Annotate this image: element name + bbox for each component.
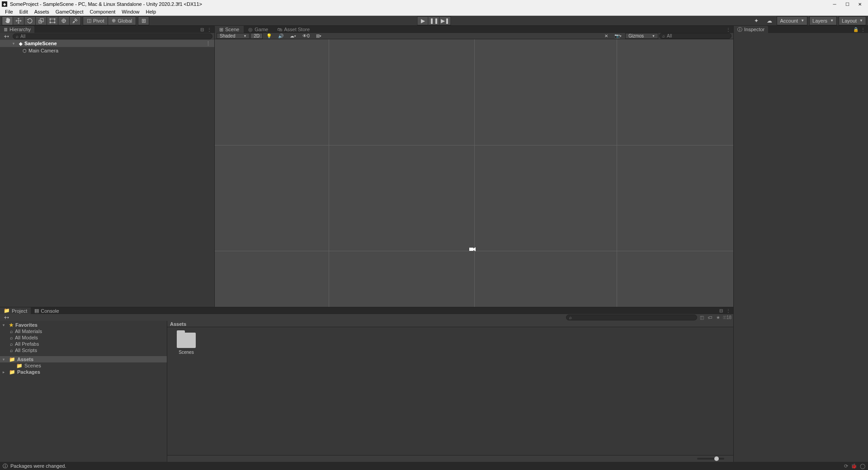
- add-asset-button[interactable]: +▾: [2, 315, 11, 320]
- scene-menu-icon[interactable]: ⋮: [725, 26, 731, 33]
- collab-icon[interactable]: ✦: [750, 16, 762, 25]
- favorite-item[interactable]: ⌕All Models: [0, 334, 167, 341]
- status-message: Packages were changed.: [10, 463, 66, 469]
- menu-file[interactable]: File: [2, 8, 16, 16]
- auto-refresh-icon[interactable]: ⟳: [844, 463, 848, 469]
- favorites-tree-item[interactable]: ▾ ★ Favorites: [0, 322, 167, 328]
- menu-window[interactable]: Window: [118, 8, 142, 16]
- panel-menu-icon[interactable]: ⋮: [206, 26, 212, 33]
- game-tab[interactable]: ◎Game: [244, 26, 273, 33]
- svg-point-5: [50, 22, 51, 23]
- hierarchy-tab[interactable]: ≣ Hierarchy: [0, 26, 34, 33]
- scale-tool-button[interactable]: [36, 16, 47, 25]
- asset-folder-item[interactable]: Scenes: [173, 333, 200, 355]
- hierarchy-icon: ≣: [4, 27, 8, 33]
- menu-edit[interactable]: Edit: [16, 8, 31, 16]
- hand-tool-button[interactable]: [2, 16, 13, 25]
- play-button[interactable]: ▶: [417, 16, 429, 25]
- menu-bar: File Edit Assets GameObject Component Wi…: [0, 8, 868, 16]
- hidden-packages-button[interactable]: 👁̸18: [723, 315, 731, 321]
- panel-lock-icon[interactable]: ⊟: [199, 26, 205, 33]
- console-tab[interactable]: ▤Console: [31, 307, 62, 314]
- inspector-menu-icon[interactable]: ⋮: [860, 26, 866, 33]
- panel-lock-icon[interactable]: ⊟: [718, 308, 724, 314]
- audio-toggle-button[interactable]: 🔊: [275, 33, 286, 39]
- collapse-icon[interactable]: ▾: [3, 323, 7, 327]
- icon-size-slider[interactable]: [697, 458, 724, 460]
- layers-dropdown[interactable]: Layers▼: [809, 16, 837, 25]
- menu-help[interactable]: Help: [142, 8, 159, 16]
- maximize-button[interactable]: ☐: [841, 0, 854, 8]
- asset-grid[interactable]: Scenes: [167, 327, 733, 455]
- scene-search-input[interactable]: ⌕ All: [659, 33, 731, 39]
- bug-icon[interactable]: 🐞: [851, 463, 857, 469]
- camera-button[interactable]: 📷▾: [612, 33, 624, 39]
- assets-child-item[interactable]: 📁Scenes: [0, 362, 167, 369]
- globe-icon: ⊕: [112, 18, 116, 24]
- custom-tool-button[interactable]: [70, 16, 81, 25]
- cloud-icon[interactable]: ☁: [764, 16, 775, 25]
- gizmos-dropdown[interactable]: Gizmos▼: [625, 33, 658, 39]
- move-tool-button[interactable]: [13, 16, 24, 25]
- filter-by-label-button[interactable]: 🏷: [707, 315, 713, 321]
- lighting-toggle-button[interactable]: 💡: [264, 33, 274, 39]
- chevron-down-icon: ▼: [243, 34, 246, 38]
- rotate-tool-button[interactable]: [24, 16, 36, 25]
- window-title: SomeProject - SampleScene - PC, Mac & Li…: [10, 1, 828, 7]
- inspector-tab[interactable]: ⓘ Inspector: [734, 26, 768, 33]
- collapse-icon[interactable]: ▾: [3, 357, 7, 362]
- project-tab[interactable]: 📁Project: [0, 307, 31, 314]
- tools-button[interactable]: ✕: [602, 33, 611, 39]
- chevron-down-icon: ▼: [801, 19, 804, 23]
- menu-component[interactable]: Component: [86, 8, 118, 16]
- folder-icon: [177, 333, 196, 348]
- scene-context-icon[interactable]: ⋮: [206, 41, 214, 47]
- snap-button[interactable]: ⊞: [138, 16, 149, 25]
- packages-tree-item[interactable]: ▸ 📁 Packages: [0, 369, 167, 375]
- project-search-input[interactable]: ⌕: [566, 315, 697, 320]
- filter-by-type-button[interactable]: ◫: [699, 315, 705, 321]
- project-console-area: 📁Project ▤Console ⊟ ⋮ +▾ ⌕ ◫ 🏷 ★ 👁̸18 ▾ …: [0, 307, 733, 462]
- scene-tree-item[interactable]: ▾ ◈ SampleScene ⋮: [0, 40, 214, 47]
- global-toggle-button[interactable]: ⊕ Global: [108, 16, 136, 25]
- shading-mode-dropdown[interactable]: Shaded▼: [217, 33, 250, 39]
- transform-tool-button[interactable]: [58, 16, 70, 25]
- asset-store-tab[interactable]: 🛍Asset Store: [273, 26, 314, 33]
- collapse-icon[interactable]: ▾: [13, 42, 17, 46]
- pause-button[interactable]: ❚❚: [429, 16, 440, 25]
- inspector-icon: ⓘ: [737, 26, 742, 33]
- pivot-icon: ◫: [87, 18, 91, 24]
- favorite-item[interactable]: ⌕All Prefabs: [0, 341, 167, 347]
- account-dropdown[interactable]: Account▼: [777, 16, 807, 25]
- minimize-button[interactable]: ─: [828, 0, 841, 8]
- fx-toggle-button[interactable]: ☁▾: [287, 33, 299, 39]
- slider-thumb[interactable]: [714, 456, 719, 461]
- gameobject-tree-item[interactable]: ⬡ Main Camera: [0, 47, 214, 54]
- expand-icon[interactable]: ▸: [3, 370, 7, 374]
- grid-toggle-button[interactable]: ⊞▾: [313, 33, 324, 39]
- progress-icon[interactable]: ◯: [860, 463, 865, 469]
- favorite-item[interactable]: ⌕All Materials: [0, 328, 167, 334]
- camera-gizmo-icon[interactable]: [469, 246, 476, 252]
- menu-assets[interactable]: Assets: [31, 8, 52, 16]
- save-search-button[interactable]: ★: [715, 315, 722, 321]
- breadcrumb[interactable]: Assets: [167, 321, 733, 327]
- hierarchy-search-input[interactable]: ⌕ All: [13, 33, 212, 39]
- panel-menu-icon[interactable]: ⋮: [725, 308, 731, 314]
- favorite-item[interactable]: ⌕All Scripts: [0, 347, 167, 353]
- add-gameobject-button[interactable]: +▾: [2, 33, 11, 39]
- chevron-down-icon: ▼: [652, 34, 655, 38]
- close-button[interactable]: ✕: [854, 0, 866, 8]
- folder-icon: 📁: [9, 357, 15, 362]
- 2d-toggle-button[interactable]: 2D: [250, 33, 263, 39]
- pivot-toggle-button[interactable]: ◫ Pivot: [83, 16, 108, 25]
- inspector-panel: ⓘ Inspector 🔒 ⋮: [733, 26, 868, 462]
- layout-dropdown[interactable]: Layout▼: [839, 16, 866, 25]
- scene-tab[interactable]: ⊞Scene: [215, 26, 244, 33]
- step-button[interactable]: ▶❚: [440, 16, 451, 25]
- menu-gameobject[interactable]: GameObject: [52, 8, 87, 16]
- inspector-lock-icon[interactable]: 🔒: [853, 26, 859, 33]
- rect-tool-button[interactable]: [47, 16, 58, 25]
- visibility-toggle-button[interactable]: 👁0: [300, 33, 312, 39]
- assets-tree-item[interactable]: ▾ 📁 Assets: [0, 356, 167, 362]
